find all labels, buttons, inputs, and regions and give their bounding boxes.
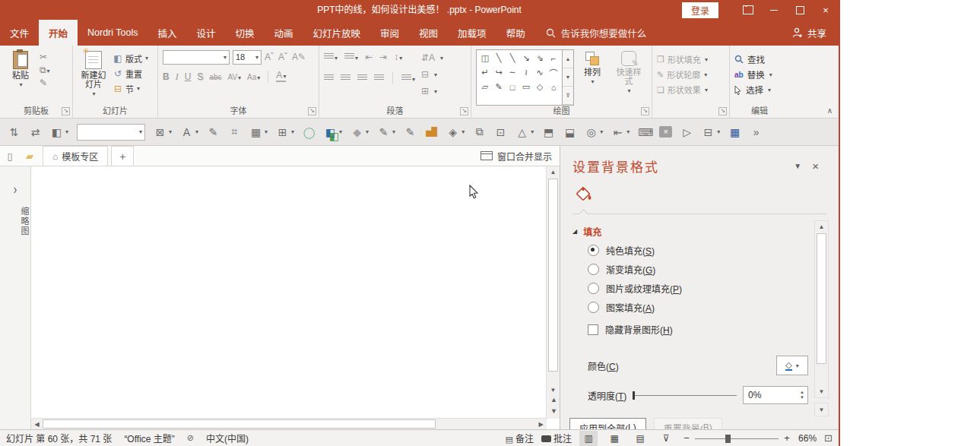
eyedropper-icon[interactable]: ✎ (207, 126, 220, 138)
login-button[interactable]: 登录 (682, 2, 718, 18)
spin-down-icon[interactable]: ▼ (800, 395, 804, 400)
ribbon-tab-3[interactable]: Nordri Tools (78, 20, 147, 46)
comments-button[interactable]: 批注 (541, 432, 572, 444)
gallery-more-icon[interactable]: ⊽ (563, 87, 573, 105)
paragraph-dialog-launcher[interactable]: ↘ (460, 107, 468, 115)
notes-button[interactable]: ▤ 备注 (506, 432, 534, 444)
maximize-button[interactable] (787, 0, 813, 20)
shape-effects-button[interactable]: ❏形状效果▾ (657, 82, 725, 97)
minimize-button[interactable] (761, 0, 787, 20)
delete-x-icon[interactable]: × (659, 126, 672, 138)
scroll-up-icon[interactable]: ▲ (547, 166, 560, 178)
grow-font-button[interactable]: Aˆ (265, 52, 274, 62)
zoom-slider[interactable] (695, 434, 779, 443)
panel-dropdown-icon[interactable]: ▼ (783, 162, 812, 170)
fill-option-4[interactable]: 图案填充(A) (588, 298, 839, 317)
flip-icon[interactable]: △▾ (515, 126, 534, 138)
character-spacing-button[interactable]: AV▾ (227, 73, 241, 81)
zoom-level[interactable]: 66% (798, 433, 817, 444)
reading-view-button[interactable]: ▤ (631, 431, 649, 446)
paste-button[interactable]: 粘贴 ▾ (5, 51, 36, 106)
previous-slide-button[interactable]: ▲ (547, 396, 560, 407)
ribbon-tab-8[interactable]: 幻灯片放映 (303, 20, 371, 46)
color-picker-button[interactable]: ◇ ▾ (776, 356, 808, 375)
horizontal-scrollbar[interactable]: ◀ ▶ (31, 418, 547, 429)
font-dialog-launcher[interactable]: ↘ (308, 107, 316, 115)
send-backward-icon[interactable]: ⬓ (563, 126, 576, 138)
more-tools-icon[interactable]: » (750, 126, 763, 138)
shape-glyph-8[interactable]: ↪ (492, 65, 506, 80)
table-tool-icon[interactable]: ⊟▾ (702, 126, 720, 138)
vertical-scroll-thumb[interactable] (548, 179, 558, 372)
gallery-down-icon[interactable]: ▼ (563, 68, 573, 87)
new-tab-button[interactable]: + (111, 146, 134, 166)
shape-glyph-1[interactable]: ◫ (478, 51, 492, 65)
italic-button[interactable]: I (176, 71, 179, 83)
close-button[interactable]: × (813, 0, 839, 20)
shape-glyph-11[interactable]: ∿ (533, 65, 547, 80)
shape-glyph-18[interactable]: ⌂ (547, 80, 560, 94)
expand-pane-icon[interactable]: › (0, 181, 30, 197)
shape-glyph-14[interactable]: ✎ (492, 80, 506, 94)
picture-layout-icon[interactable]: ⊞▾ (276, 126, 294, 138)
justify-button[interactable] (374, 73, 384, 84)
drawing-dialog-launcher[interactable]: ↘ (641, 107, 649, 115)
align-right-button[interactable] (357, 73, 367, 84)
find-button[interactable]: 查找 (734, 52, 785, 67)
zoom-out-button[interactable]: − (683, 432, 690, 444)
crop-icon[interactable]: ⌗ (228, 125, 241, 138)
format-painter-button[interactable]: ✎ (40, 77, 50, 88)
shrink-font-button[interactable]: Aˇ (278, 52, 287, 62)
shape-glyph-9[interactable]: ∼ (506, 65, 519, 80)
bring-forward-icon[interactable]: ⬒ (542, 126, 555, 138)
increase-indent-button[interactable]: ⇥ (379, 52, 387, 62)
radio-icon[interactable] (588, 302, 599, 313)
font-size-combo[interactable]: 18▾ (233, 50, 262, 65)
slide-canvas[interactable] (31, 166, 547, 419)
select-button[interactable]: 选择▾ (734, 82, 785, 97)
layout-button[interactable]: ◧版式▾ (113, 51, 148, 65)
tell-me-search[interactable]: 告诉我你想要做什么 (546, 20, 647, 46)
picture-icon[interactable]: ▦▾ (249, 126, 268, 138)
fill-bucket-icon[interactable]: ◆▾ (350, 126, 369, 138)
scroll-left-icon[interactable]: ◀ (31, 421, 43, 428)
ribbon-tab-7[interactable]: 动画 (265, 20, 303, 46)
clipboard-dialog-launcher[interactable]: ↘ (62, 107, 70, 115)
replace-button[interactable]: ab 替换▾ (734, 67, 785, 82)
regroup-icon[interactable]: ⊡ (494, 126, 507, 138)
spellcheck-icon[interactable]: ⊘ (187, 433, 194, 443)
decrease-indent-button[interactable]: ⇤ (365, 52, 373, 62)
ribbon-tab-1[interactable]: 文件 (0, 20, 39, 46)
language-indicator[interactable]: 中文(中国) (206, 432, 249, 444)
shape-dialog-launcher[interactable]: ↘ (718, 107, 727, 115)
ribbon-tab-2[interactable]: 开始 (39, 20, 78, 46)
radio-icon[interactable] (588, 245, 599, 256)
change-case-button[interactable]: Aa▾ (247, 73, 260, 81)
shape-glyph-3[interactable]: ╲ (506, 51, 519, 65)
shape-glyph-13[interactable]: ▱ (478, 80, 492, 94)
shape-glyph-16[interactable]: ▭ (519, 80, 533, 94)
text-direction-button[interactable]: ⇵A▾ (421, 50, 443, 65)
select-pointer-icon[interactable]: ▷ (680, 126, 693, 138)
shape-glyph-6[interactable]: ⌐ (547, 51, 560, 65)
shape-glyph-7[interactable]: ↵ (478, 65, 492, 80)
template-zone-tab[interactable]: ⌂ 模板专区 (43, 146, 108, 166)
arrange-button[interactable]: 排列 ▾ (579, 51, 605, 106)
keyboard-icon[interactable]: ⌨ (638, 126, 651, 138)
shapes-gallery[interactable]: ◫╲╲↘⇘⌐↵↪∼≀∿⌒▱✎□▭◇⌂ (476, 49, 563, 106)
underline-button[interactable]: U (185, 71, 192, 82)
columns-button[interactable]: ▾ (401, 73, 415, 84)
merge-shapes-icon[interactable]: ◎▾ (585, 126, 603, 138)
strikethrough-button[interactable]: abc (209, 73, 221, 81)
align-horizontal-icon[interactable]: ⇄ (29, 126, 42, 138)
fill-option-3[interactable]: 图片或纹理填充(P) (588, 279, 839, 298)
gallery-up-icon[interactable]: ▲ (563, 50, 573, 68)
radio-icon[interactable] (588, 283, 599, 294)
align-vertical-icon[interactable]: ⇅ (8, 126, 21, 138)
align-left-icon[interactable]: ⇤▾ (611, 126, 630, 138)
zoom-in-button[interactable]: + (783, 432, 791, 444)
align-text-button[interactable]: ⊟▾ (421, 67, 443, 82)
style-combo[interactable]: ▾ (77, 124, 145, 141)
ribbon-tab-9[interactable]: 审阅 (370, 20, 409, 46)
new-slide-button[interactable]: 新建幻灯片 ▾ (78, 51, 109, 106)
